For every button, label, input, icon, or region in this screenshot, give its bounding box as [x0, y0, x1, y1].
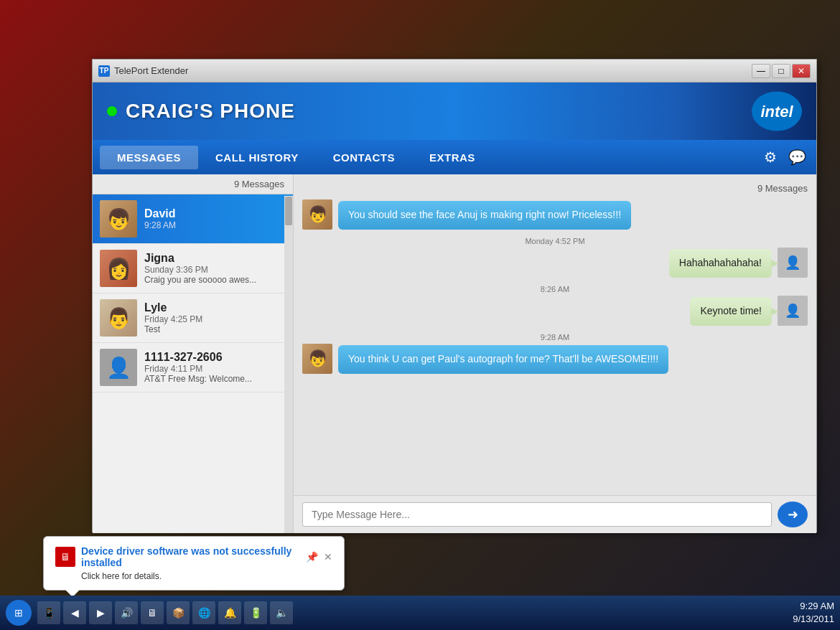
start-button[interactable]: ⊞	[6, 600, 32, 626]
message-row: 👦 You think U can get Paul's autograph f…	[302, 344, 808, 374]
message-bubble-wrap: Keynote time!	[690, 297, 772, 326]
navbar: MESSAGES CALL HISTORY CONTACTS EXTRAS ⚙ …	[93, 140, 816, 174]
app-header: CRAIG'S PHONE intel	[93, 83, 816, 140]
message-bubble-wrap: You think U can get Paul's autograph for…	[338, 345, 668, 374]
message-bubble: You should see the face Anuj is making r…	[338, 201, 631, 230]
contact-name: Lyle	[144, 301, 286, 314]
contact-name: 1111-327-2606	[144, 351, 286, 364]
taskbar-item[interactable]: ◀	[63, 601, 86, 624]
list-item[interactable]: 👨 Lyle Friday 4:25 PM Test	[93, 293, 293, 343]
app-icon: TP	[98, 65, 110, 77]
avatar: 👦	[100, 200, 137, 238]
settings-icon[interactable]: ⚙	[761, 146, 780, 169]
conv-info: Lyle Friday 4:25 PM Test	[144, 301, 286, 334]
tab-call-history[interactable]: CALL HISTORY	[198, 146, 316, 169]
message-time: Friday 4:11 PM	[144, 364, 286, 374]
message-timestamp: 8:26 AM	[302, 285, 808, 293]
taskbar-clock: 9:29 AM 9/13/2011	[793, 600, 834, 626]
close-button[interactable]: ✕	[792, 64, 811, 78]
taskbar-items: 📱 ◀ ▶ 🔊 🖥 📦 🌐 🔔 🔋 🔈	[37, 601, 793, 624]
message-bubble: Keynote time!	[690, 297, 772, 326]
taskbar-item[interactable]: 🖥	[141, 601, 164, 624]
message-timestamp: Monday 4:52 PM	[302, 237, 808, 245]
taskbar-item[interactable]: 🌐	[192, 601, 215, 624]
taskbar-item[interactable]: ▶	[89, 601, 112, 624]
taskbar-item[interactable]: 🔔	[218, 601, 241, 624]
intel-logo: intel	[752, 92, 802, 131]
message-panel: 9 Messages 👦 You should see the face Anu…	[294, 174, 816, 533]
notification-icon: 🖥	[55, 547, 75, 567]
tab-extras[interactable]: EXTRAS	[412, 146, 493, 169]
conversation-list: 👦 David 9:28 AM 👩 Jigna Sunday 3:36 PM C…	[93, 194, 293, 392]
taskbar: ⊞ 📱 ◀ ▶ 🔊 🖥 📦 🌐 🔔 🔋 🔈 9:29 AM 9/13/2011	[0, 596, 840, 630]
main-window: TP TelePort Extender — □ ✕ CRAIG'S PHONE…	[92, 59, 817, 532]
content-area: 9 Messages 👦 David 9:28 AM 👩 Jigna Sunda…	[93, 174, 816, 533]
message-input-row: ➜	[294, 495, 816, 533]
notification-title[interactable]: Device driver software was not successfu…	[81, 545, 300, 568]
conversation-panel: 9 Messages 👦 David 9:28 AM 👩 Jigna Sunda…	[93, 174, 294, 533]
avatar: 👩	[100, 250, 137, 287]
message-input[interactable]	[302, 502, 772, 527]
conv-info: Jigna Sunday 3:36 PM Craig you are soooo…	[144, 252, 286, 285]
message-row: Hahahahahahaha! 👤	[302, 248, 808, 278]
message-preview: Test	[144, 324, 286, 334]
notification-header: 🖥 Device driver software was not success…	[55, 545, 332, 568]
list-item[interactable]: 👦 David 9:28 AM	[93, 194, 293, 244]
list-item[interactable]: 👩 Jigna Sunday 3:36 PM Craig you are soo…	[93, 244, 293, 293]
clock-date: 9/13/2011	[793, 613, 834, 626]
messages-count-label: 9 Messages	[93, 174, 293, 194]
conv-info: David 9:28 AM	[144, 207, 286, 230]
notification-popup: 🖥 Device driver software was not success…	[43, 536, 345, 591]
tab-contacts[interactable]: CONTACTS	[316, 146, 412, 169]
phone-name: CRAIG'S PHONE	[126, 100, 295, 123]
message-row: Keynote time! 👤	[302, 296, 808, 326]
clock-time: 9:29 AM	[793, 600, 834, 613]
message-bubble-wrap: You should see the face Anuj is making r…	[338, 201, 631, 230]
taskbar-item[interactable]: 📱	[37, 601, 60, 624]
scrollbar-thumb[interactable]	[285, 197, 292, 225]
message-list: 9 Messages 👦 You should see the face Anu…	[294, 174, 816, 495]
message-preview: AT&T Free Msg: Welcome...	[144, 374, 286, 384]
avatar: 👦	[302, 199, 332, 230]
minimize-button[interactable]: —	[752, 64, 770, 78]
chat-icon[interactable]: 💬	[785, 146, 809, 169]
send-button[interactable]: ➜	[778, 502, 808, 527]
tab-messages[interactable]: MESSAGES	[100, 146, 198, 169]
avatar: 👤	[100, 349, 137, 386]
message-bubble-wrap: Hahahahahahaha!	[669, 249, 772, 278]
window-title: TelePort Extender	[114, 65, 752, 76]
contact-name: David	[144, 207, 286, 220]
taskbar-item[interactable]: 🔊	[115, 601, 138, 624]
notification-close[interactable]: ✕	[324, 551, 332, 563]
message-row: 👦 You should see the face Anuj is making…	[302, 199, 808, 230]
maximize-button[interactable]: □	[772, 64, 790, 78]
message-time: 9:28 AM	[144, 220, 286, 230]
message-bubble: You think U can get Paul's autograph for…	[338, 345, 668, 374]
avatar: 👤	[778, 296, 808, 326]
notification-pin[interactable]: 📌	[306, 551, 318, 563]
titlebar: TP TelePort Extender — □ ✕	[93, 60, 816, 83]
message-time: Friday 4:25 PM	[144, 314, 286, 324]
taskbar-item[interactable]: 🔋	[244, 601, 267, 624]
taskbar-item[interactable]: 📦	[167, 601, 190, 624]
notification-body[interactable]: Click here for details.	[55, 571, 332, 581]
avatar: 👦	[302, 344, 332, 374]
message-bubble: Hahahahahahaha!	[669, 249, 772, 278]
message-time: Sunday 3:36 PM	[144, 265, 286, 275]
scrollbar-track[interactable]	[284, 196, 293, 533]
conv-info: 1111-327-2606 Friday 4:11 PM AT&T Free M…	[144, 351, 286, 384]
avatar: 👨	[100, 299, 137, 337]
message-timestamp: 9:28 AM	[302, 333, 808, 342]
window-controls: — □ ✕	[752, 64, 811, 78]
contact-name: Jigna	[144, 252, 286, 265]
message-count: 9 Messages	[302, 183, 808, 194]
message-preview: Craig you are sooooo awes...	[144, 275, 286, 285]
list-item[interactable]: 👤 1111-327-2606 Friday 4:11 PM AT&T Free…	[93, 343, 293, 392]
nav-icons: ⚙ 💬	[761, 146, 809, 169]
taskbar-item[interactable]: 🔈	[270, 601, 293, 624]
status-indicator	[107, 106, 117, 116]
avatar: 👤	[778, 248, 808, 278]
